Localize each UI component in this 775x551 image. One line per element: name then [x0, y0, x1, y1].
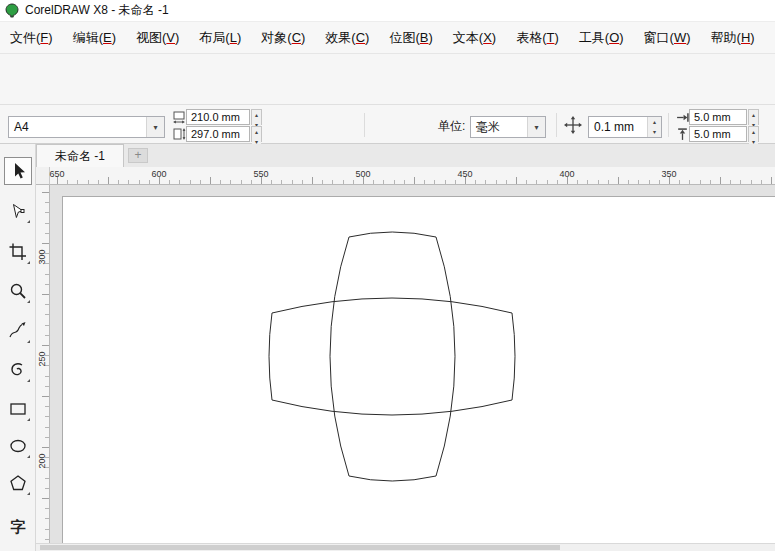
polygon-tool[interactable] — [4, 469, 32, 497]
page-size-caret[interactable]: ▾ — [146, 117, 164, 137]
hruler-label: 550 — [253, 169, 268, 179]
duplicate-x-icon — [676, 111, 689, 124]
artistic-media-tool-icon — [8, 360, 28, 380]
units-label: 单位: — [438, 118, 465, 135]
menu-bar: 文件(F) 编辑(E) 视图(V) 布局(L) 对象(C) 效果(C) 位图(B… — [0, 22, 775, 53]
units-caret[interactable]: ▾ — [527, 117, 545, 137]
menu-edit[interactable]: 编辑(E) — [63, 24, 126, 52]
title-bar: CorelDRAW X8 - 未命名 -1 — [0, 0, 775, 22]
page-height-field[interactable]: 297.0 mm ▴▾ — [172, 126, 262, 142]
new-document-tab-button[interactable]: + — [128, 148, 148, 163]
hruler-label: 400 — [559, 169, 574, 179]
crop-tool-icon — [8, 242, 28, 262]
page-height-spinner[interactable]: ▴▾ — [251, 126, 262, 142]
vruler-label: 300 — [37, 244, 47, 270]
document-tab-untitled[interactable]: 未命名 -1 — [36, 144, 124, 167]
page-height-icon — [172, 127, 186, 141]
menu-window[interactable]: 窗口(W) — [634, 24, 701, 52]
document-tab-bar: 未命名 -1 + — [36, 144, 775, 167]
units-value: 毫米 — [471, 119, 527, 136]
vruler-label: 250 — [37, 346, 47, 372]
ruler-origin-corner[interactable] — [36, 167, 50, 185]
menu-table[interactable]: 表格(T) — [506, 24, 569, 52]
freehand-tool-icon — [8, 321, 28, 341]
text-tool[interactable]: 字 — [4, 513, 32, 541]
menu-text[interactable]: 文本(X) — [443, 24, 506, 52]
page-height-value[interactable]: 297.0 mm — [186, 126, 250, 142]
hruler-label: 350 — [661, 169, 676, 179]
menu-object[interactable]: 对象(C) — [251, 24, 315, 52]
propbar-separator — [556, 113, 557, 137]
ellipse-tool[interactable] — [4, 432, 32, 460]
menu-layout[interactable]: 布局(L) — [189, 24, 251, 52]
window-title: CorelDRAW X8 - 未命名 -1 — [25, 2, 169, 19]
duplicate-y-field[interactable]: 5.0 mm ▴▾ — [676, 126, 759, 142]
duplicate-y-value[interactable]: 5.0 mm — [689, 126, 747, 142]
nudge-icon — [563, 115, 583, 135]
nudge-distance-value: 0.1 mm — [589, 120, 647, 134]
duplicate-y-spinner[interactable]: ▴▾ — [748, 126, 759, 142]
drawing-canvas[interactable] — [50, 185, 775, 543]
horizontal-scrollbar-thumb[interactable] — [40, 545, 560, 550]
page-width-field[interactable]: 210.0 mm ▴▾ — [172, 109, 262, 125]
page-width-spinner[interactable]: ▴▾ — [251, 109, 262, 125]
duplicate-x-spinner[interactable]: ▴▾ — [748, 109, 759, 125]
horizontal-barrel-outline[interactable] — [269, 298, 515, 415]
propbar-separator — [364, 113, 365, 137]
hruler-label: 650 — [49, 169, 64, 179]
menu-tools[interactable]: 工具(O) — [569, 24, 634, 52]
toolbox: 字 — [0, 144, 36, 551]
pick-tool-icon — [8, 161, 28, 181]
horizontal-scrollbar[interactable] — [36, 543, 775, 551]
artistic-media-tool[interactable] — [4, 356, 32, 384]
vertical-ruler[interactable]: 300 250 200 — [36, 185, 50, 543]
rectangle-tool[interactable] — [4, 395, 32, 423]
menu-effects[interactable]: 效果(C) — [315, 24, 379, 52]
page-width-icon — [172, 110, 186, 124]
hruler-label: 450 — [457, 169, 472, 179]
drawing-shapes[interactable] — [50, 185, 775, 543]
menu-bitmaps[interactable]: 位图(B) — [379, 24, 442, 52]
coreldraw-window: CorelDRAW X8 - 未命名 -1 文件(F) 编辑(E) 视图(V) … — [0, 0, 775, 551]
rectangle-tool-icon — [8, 399, 28, 419]
vertical-barrel-outline[interactable] — [330, 232, 455, 481]
zoom-tool[interactable] — [4, 277, 32, 305]
standard-toolbar: ▾ ▾ ▾ — [0, 53, 775, 105]
page-size-combobox[interactable]: A4 ▾ — [8, 116, 165, 138]
property-bar: A4 ▾ 210.0 mm ▴▾ 297.0 mm ▴▾ 单位: 毫米 ▾ — [0, 104, 775, 144]
duplicate-x-field[interactable]: 5.0 mm ▴▾ — [676, 109, 759, 125]
coreldraw-logo-icon — [5, 3, 19, 18]
shape-tool[interactable] — [4, 197, 32, 225]
crop-tool[interactable] — [4, 238, 32, 266]
page-size-value: A4 — [9, 120, 146, 134]
menu-view[interactable]: 视图(V) — [126, 24, 189, 52]
horizontal-ruler[interactable]: 650 600 550 500 450 400 350 — [50, 167, 775, 185]
duplicate-x-value[interactable]: 5.0 mm — [689, 109, 747, 125]
pick-tool[interactable] — [4, 157, 32, 185]
document-tab-label: 未命名 -1 — [55, 148, 105, 165]
units-combobox[interactable]: 毫米 ▾ — [470, 116, 546, 138]
shape-tool-icon — [8, 201, 28, 221]
polygon-tool-icon — [8, 473, 28, 493]
nudge-distance-spinner[interactable]: 0.1 mm ▴▾ — [588, 116, 662, 138]
duplicate-y-icon — [676, 128, 689, 141]
menu-file[interactable]: 文件(F) — [0, 24, 63, 52]
ellipse-tool-icon — [8, 436, 28, 456]
zoom-tool-icon — [8, 281, 28, 301]
hruler-label: 600 — [151, 169, 166, 179]
menu-help[interactable]: 帮助(H) — [701, 24, 765, 52]
page-width-value[interactable]: 210.0 mm — [186, 109, 250, 125]
vruler-label: 200 — [37, 448, 47, 474]
propbar-separator — [668, 113, 669, 137]
hruler-label: 500 — [355, 169, 370, 179]
freehand-tool[interactable] — [4, 317, 32, 345]
text-tool-icon: 字 — [11, 518, 26, 537]
